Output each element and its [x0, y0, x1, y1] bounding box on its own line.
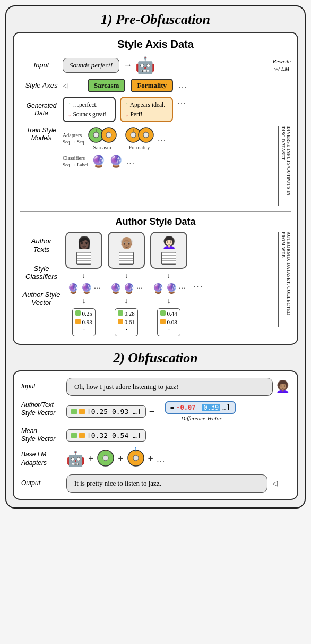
ellipsis-gen: … — [177, 97, 186, 106]
p2-input-label: Input — [21, 383, 66, 391]
ellipsis-a1: … — [94, 283, 100, 294]
p2-input-content: Oh, how I just adore listening to jazz! … — [66, 378, 290, 396]
diverse-label: Diverse inputs/outputs in DiSC dataset — [278, 126, 291, 206]
p2-output-content: It is pretty nice to listen to jazz. ◁ -… — [66, 474, 290, 493]
p2-mean-content: [0.32 0.54 …] — [66, 429, 290, 442]
p2-base-content: 🤖 + ↓ + ↑ — [66, 449, 290, 469]
dot-orange-2 — [118, 319, 123, 324]
crystal-ball-2: 🔮 — [109, 155, 123, 168]
disc-blue-up: ↑ — [127, 449, 145, 469]
dashed-arrow-right: ◁ - - - — [272, 479, 290, 488]
author2-box: 👴🏽 — [108, 232, 145, 269]
vector-box-2: 0.28 0.61 ⋮ — [115, 308, 137, 336]
svg-text:↑: ↑ — [132, 128, 134, 133]
p2-author-content: [0.25 0.93 …] − = -0.07 0.39 …] Differen… — [66, 401, 290, 422]
down-arrow-a2b: ↓ — [125, 297, 128, 306]
down-arrow-a1: ↓ — [82, 272, 86, 280]
svg-point-15 — [133, 455, 139, 461]
adapters-label: AdaptersSeq → Seq — [63, 132, 84, 145]
p2-mean-row: MeanStyle Vector [0.32 0.54 …] — [21, 427, 290, 444]
formality-disc-label: Formality — [129, 145, 150, 150]
p2-base-label: Base LM +Adapters — [21, 451, 66, 467]
down-arrow-a1b: ↓ — [82, 297, 86, 306]
svg-text:↑: ↑ — [95, 128, 97, 133]
ellipsis-a2: … — [136, 283, 143, 294]
plus-2: + — [118, 453, 123, 464]
crystal-a1-2: 🔮 — [81, 283, 92, 294]
main-container: 1) Pre-Obfuscation Style Axis Data Input… — [5, 5, 306, 509]
gen-box-2: ↑ Appears ideal. ↓ Perf! — [120, 97, 173, 122]
author3-avatar: 👩🏻‍🦱 — [162, 236, 176, 250]
adapters-area: AdaptersSeq → Seq ↑ — [63, 126, 166, 150]
svg-point-10 — [143, 132, 149, 138]
red-down-arrow: ↓ — [104, 445, 108, 453]
down-arrow-2: ↓ — [125, 110, 129, 118]
crystal-a1-1: 🔮 — [67, 283, 79, 294]
style-axes-label: Style Axes — [20, 81, 63, 90]
p2-author-vector-row: Author/TextStyle Vector [0.25 0.93 …] − … — [21, 401, 290, 422]
p2-author-label: Author/TextStyle Vector — [21, 401, 66, 418]
ellipsis-authors: … — [193, 232, 203, 336]
vector-box-1: 0.25 0.93 ⋮ — [72, 308, 95, 336]
p2-output-row: Output It is pretty nice to listen to ja… — [21, 474, 290, 493]
crystal-a3-2: 🔮 — [166, 283, 177, 294]
p2-input-row: Input Oh, how I just adore listening to … — [21, 378, 290, 396]
author-vector-display: [0.25 0.93 …] — [66, 405, 146, 418]
up-arrow-1: ↑ — [68, 100, 72, 108]
part2-box: Input Oh, how I just adore listening to … — [13, 370, 298, 500]
input-content: Sounds perfect! → 🤖 — [63, 56, 271, 74]
blue-up-arrow: ↑ — [134, 445, 137, 453]
author-cols: 👩🏿 ↓ 🔮 🔮 … ↓ 0.25 0.93 ⋮ — [65, 232, 274, 336]
ellipsis-disc: … — [158, 134, 166, 143]
svg-point-4 — [106, 132, 111, 138]
author-col-1: 👩🏿 ↓ 🔮 🔮 … ↓ 0.25 0.93 ⋮ — [65, 232, 102, 336]
ellipsis-adapters: … — [157, 454, 165, 464]
crystal-ball-1: 🔮 — [91, 155, 106, 168]
input-row: Input Sounds perfect! → 🤖 Rewritew/ LM — [20, 56, 291, 74]
classifiers-area: ClassifiersSeq → Label 🔮 🔮 … — [63, 155, 135, 168]
rewrite-label: Rewritew/ LM — [273, 58, 291, 72]
sarcasm-disc-label: Sarcasm — [93, 145, 111, 150]
formality-chip: Formality — [131, 79, 173, 92]
input-label: Input — [20, 61, 63, 70]
doc-icon-3 — [161, 252, 176, 265]
train-models-row: Train StyleModels AdaptersSeq → Seq ↑ — [20, 126, 291, 206]
vector-box-3: 0.44 0.08 ⋮ — [157, 308, 180, 336]
down-arrow-a3b: ↓ — [167, 297, 171, 306]
sarcasm-chip: Sarcasm — [88, 79, 125, 92]
plus-1: + — [88, 453, 93, 464]
dot-orange-3 — [160, 319, 166, 324]
arrow-right-icon: → — [123, 60, 132, 71]
result-area: = -0.07 0.39 …] Difference Vector — [165, 401, 236, 422]
sq-orange-1 — [79, 409, 85, 414]
train-models-label: Train StyleModels — [20, 126, 63, 142]
disc-orange-down2: ↓ — [137, 126, 154, 143]
down-arrow-a3: ↓ — [167, 272, 171, 280]
author-col-3: 👩🏻‍🦱 ↓ 🔮 🔮 … ↓ 0.44 0.08 ⋮ — [150, 232, 187, 336]
part1-box: Style Axis Data Input Sounds perfect! → … — [13, 32, 298, 345]
generated-content: ↑ …perfect. ↓ Sounds great! ↑ Appears id… — [63, 97, 291, 122]
crystal-a3-1: 🔮 — [152, 283, 164, 294]
crystal-a2-2: 🔮 — [123, 283, 135, 294]
style-axes-row: Style Axes ◁ - - - - Sarcasm Formality … — [20, 79, 291, 92]
down-arrow-a2: ↓ — [125, 272, 128, 280]
output-bubble: It is pretty nice to listen to jazz. — [66, 474, 267, 493]
authormix-label: AuthorMix dataset, collected from web — [278, 232, 291, 327]
author3-box: 👩🏻‍🦱 — [150, 232, 187, 269]
part2-title: 2) Obfuscation — [13, 350, 298, 366]
classifier-icons-2: 🔮 🔮 … — [110, 283, 143, 294]
generated-label: GeneratedData — [20, 102, 63, 117]
style-classifiers-label: StyleClassifiers — [20, 265, 63, 281]
author1-box: 👩🏿 — [65, 232, 102, 269]
p2-input-bubble: Oh, how I just adore listening to jazz! — [66, 378, 273, 396]
train-models-content: AdaptersSeq → Seq ↑ — [63, 126, 274, 168]
gen-box-1: ↑ …perfect. ↓ Sounds great! — [63, 97, 116, 122]
down-arrow-1: ↓ — [68, 110, 72, 118]
svg-point-7 — [131, 132, 136, 138]
p2-mean-label: MeanStyle Vector — [21, 427, 66, 444]
minus-sign: − — [149, 406, 154, 417]
p2-user-avatar: 👩🏽‍🦱 — [275, 380, 290, 394]
p2-output-label: Output — [21, 479, 66, 488]
author-col-2: 👴🏽 ↓ 🔮 🔮 … ↓ 0.28 0.61 ⋮ — [108, 232, 145, 336]
result-vector: = -0.07 0.39 …] — [165, 401, 236, 414]
